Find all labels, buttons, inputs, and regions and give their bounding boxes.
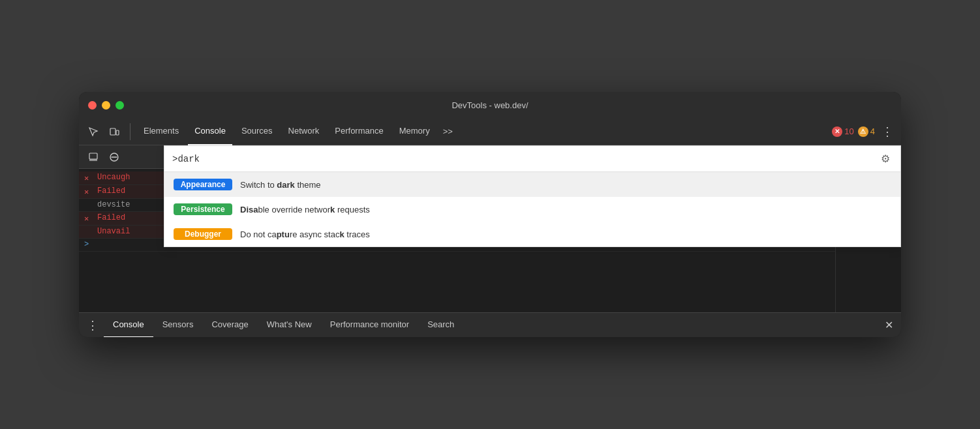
tab-elements[interactable]: Elements (137, 118, 185, 145)
error-icon: ✕ (832, 126, 842, 137)
autocomplete-item-debugger[interactable]: Debugger Do not capture async stack trac… (164, 222, 900, 246)
main-panel: ⚙ Appearance Switch to dark theme Persis… (79, 145, 901, 312)
secondary-toolbar: ⚙ Appearance Switch to dark theme Persis… (79, 145, 901, 169)
drawer-menu-button[interactable]: ⋮ (82, 318, 104, 333)
more-tabs-button[interactable]: >> (439, 126, 457, 136)
tab-performance[interactable]: Performance (328, 118, 390, 145)
inspect-icon[interactable] (84, 123, 102, 141)
minimize-button[interactable] (102, 101, 110, 110)
drawer-tab-search[interactable]: Search (418, 313, 463, 338)
debugger-desc: Do not capture async stack traces (240, 229, 370, 239)
appearance-desc: Switch to dark theme (240, 180, 321, 190)
drawer-tab-performance-monitor[interactable]: Performance monitor (321, 313, 418, 338)
drawer-tab-whats-new[interactable]: What's New (258, 313, 321, 338)
warn-icon: ⚠ (858, 126, 868, 137)
appearance-tag: Appearance (174, 179, 232, 190)
svg-rect-2 (89, 153, 97, 159)
more-menu-button[interactable]: ⋮ (879, 125, 896, 139)
drawer-tab-coverage[interactable]: Coverage (202, 313, 257, 338)
error-icon-1: ✕ (84, 173, 93, 183)
console-prompt: > (84, 240, 89, 249)
tab-sources[interactable]: Sources (235, 118, 279, 145)
drawer-toggle-icon[interactable] (84, 148, 102, 166)
device-toggle-icon[interactable] (105, 123, 123, 141)
svg-rect-0 (110, 128, 115, 135)
window-title: DevTools - web.dev/ (452, 100, 528, 110)
maximize-button[interactable] (115, 101, 124, 110)
svg-rect-1 (116, 130, 119, 135)
drawer-tabs: ⋮ Console Sensors Coverage What's New Pe… (79, 312, 901, 337)
devtools-window: DevTools - web.dev/ Elements Console Sou… (79, 92, 901, 337)
persistence-desc: Disable override network requests (240, 205, 370, 214)
title-bar: DevTools - web.dev/ (79, 92, 901, 118)
settings-icon[interactable]: ⚙ (878, 150, 893, 168)
main-toolbar: Elements Console Sources Network Perform… (79, 118, 901, 145)
tab-console[interactable]: Console (188, 118, 232, 145)
drawer-tab-console[interactable]: Console (104, 313, 153, 338)
console-text-2: Failed (97, 186, 125, 196)
tab-memory[interactable]: Memory (393, 118, 436, 145)
console-text-5: Unavail (97, 227, 130, 236)
command-input-area: ⚙ (164, 146, 900, 172)
error-icon-4: ✕ (84, 214, 93, 224)
autocomplete-item-persistence[interactable]: Persistence Disable override network req… (164, 197, 900, 222)
error-icon-2: ✕ (84, 187, 93, 197)
tab-network[interactable]: Network (282, 118, 326, 145)
warn-count-badge[interactable]: ⚠ 4 (858, 126, 875, 137)
traffic-lights (88, 101, 124, 110)
svg-rect-3 (89, 159, 97, 161)
no-entry-icon[interactable] (105, 148, 123, 166)
toolbar-divider-1 (130, 123, 130, 140)
drawer-tab-sensors[interactable]: Sensors (153, 313, 203, 338)
debugger-tag: Debugger (174, 228, 232, 240)
command-input[interactable] (172, 154, 878, 164)
console-text-1: Uncaugh (97, 173, 130, 182)
close-button[interactable] (88, 101, 97, 110)
autocomplete-dropdown: Appearance Switch to dark theme Persiste… (164, 172, 900, 246)
console-text-3: devsite (97, 200, 130, 209)
console-text-4: Failed (97, 213, 125, 222)
persistence-tag: Persistence (174, 203, 232, 215)
command-palette: ⚙ Appearance Switch to dark theme Persis… (164, 145, 901, 247)
drawer-close-button[interactable]: ✕ (880, 319, 898, 331)
error-count-badge[interactable]: ✕ 10 (832, 126, 853, 137)
autocomplete-item-appearance[interactable]: Appearance Switch to dark theme (164, 172, 900, 197)
toolbar-right: ✕ 10 ⚠ 4 ⋮ (832, 125, 896, 139)
